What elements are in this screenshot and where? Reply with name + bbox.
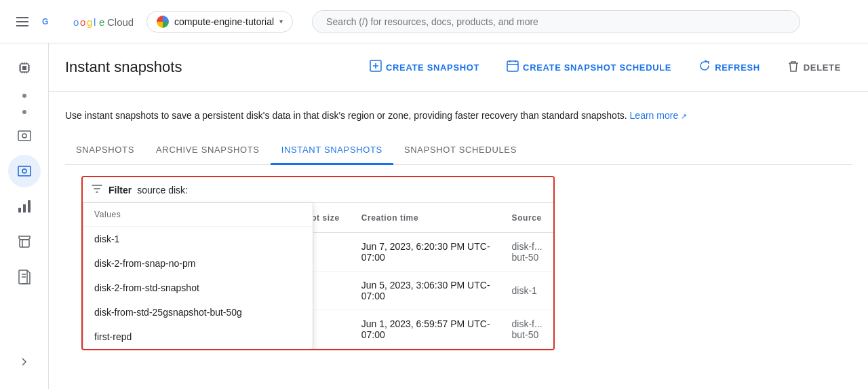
- dropdown-item-4[interactable]: disk-from-std-25gsnapshot-but-50g: [83, 300, 313, 325]
- sidebar-item-metrics[interactable]: [8, 190, 41, 223]
- project-selector[interactable]: compute-engine-tutorial ▾: [146, 11, 293, 33]
- tab-archive-snapshots[interactable]: ARCHIVE SNAPSHOTS: [145, 136, 271, 165]
- svg-rect-23: [18, 166, 31, 176]
- google-cloud-logo[interactable]: G o o g l e Cloud: [42, 14, 133, 30]
- svg-rect-25: [18, 208, 21, 212]
- sidebar: [0, 43, 49, 389]
- page-header: Instant snapshots CREATE SNAPSHOT CREATE…: [49, 43, 868, 92]
- create-snapshot-icon: [370, 60, 382, 75]
- filter-bar: Filter Values disk-1 disk-2-from-snap-no…: [83, 177, 553, 203]
- main-content: Instant snapshots CREATE SNAPSHOT CREATE…: [49, 43, 868, 389]
- sidebar-dot-2: [22, 110, 26, 114]
- svg-rect-21: [18, 131, 31, 141]
- sidebar-dot-1: [22, 94, 26, 98]
- dropdown-item-2[interactable]: disk-2-from-snap-no-pm: [83, 251, 313, 276]
- col-source: Source: [501, 203, 553, 233]
- body-content: Use instant snapshots to save a persiste…: [49, 92, 868, 361]
- learn-more-link[interactable]: Learn more ↗: [630, 110, 687, 121]
- refresh-icon: [698, 60, 711, 75]
- svg-text:Cloud: Cloud: [107, 16, 133, 28]
- svg-text:e: e: [99, 16, 104, 28]
- search-input[interactable]: [312, 10, 800, 33]
- tab-snapshots[interactable]: SNAPSHOTS: [65, 136, 145, 165]
- sidebar-expand-button[interactable]: [8, 346, 41, 378]
- svg-rect-26: [23, 204, 26, 212]
- top-nav: G o o g l e Cloud compute-engine-tutoria…: [0, 0, 868, 43]
- tab-snapshot-schedules[interactable]: SNAPSHOT SCHEDULES: [393, 136, 528, 165]
- row2-creation: Jun 5, 2023, 3:06:30 PM UTC- 07:00: [351, 272, 501, 310]
- dropdown-item-3[interactable]: disk-2-from-std-snapshot: [83, 276, 313, 300]
- svg-rect-36: [507, 61, 518, 71]
- tabs: SNAPSHOTS ARCHIVE SNAPSHOTS INSTANT SNAP…: [65, 136, 852, 165]
- dropdown-header: Values: [83, 203, 313, 227]
- row3-source: disk-f...but-50: [501, 310, 553, 349]
- project-name: compute-engine-tutorial: [174, 16, 274, 27]
- svg-text:g: g: [87, 16, 92, 28]
- svg-text:l: l: [94, 16, 96, 28]
- tab-instant-snapshots[interactable]: INSTANT SNAPSHOTS: [271, 136, 393, 165]
- delete-label: DELETE: [804, 62, 841, 73]
- filter-icon: [91, 183, 103, 197]
- filter-dropdown: Values disk-1 disk-2-from-snap-no-pm dis…: [83, 202, 313, 350]
- create-snapshot-button[interactable]: CREATE SNAPSHOT: [359, 54, 490, 80]
- col-creation: Creation time: [351, 203, 501, 233]
- svg-text:o: o: [80, 16, 85, 28]
- snapshot-area: Filter Values disk-1 disk-2-from-snap-no…: [81, 176, 555, 350]
- page-title: Instant snapshots: [65, 58, 353, 76]
- delete-icon: [787, 60, 800, 75]
- create-snapshot-label: CREATE SNAPSHOT: [386, 62, 479, 73]
- sidebar-item-snapshots[interactable]: [8, 155, 41, 187]
- sidebar-item-docs[interactable]: [8, 261, 41, 293]
- sidebar-item-chip[interactable]: [8, 52, 41, 84]
- create-schedule-label: CREATE SNAPSHOT SCHEDULE: [523, 62, 671, 73]
- svg-point-24: [22, 169, 26, 173]
- svg-point-22: [22, 134, 26, 138]
- filter-input[interactable]: [137, 185, 545, 196]
- svg-rect-27: [28, 200, 31, 212]
- hamburger-button[interactable]: [11, 12, 34, 32]
- dropdown-item-1[interactable]: disk-1: [83, 227, 313, 251]
- svg-text:o: o: [73, 16, 79, 28]
- row1-creation: Jun 7, 2023, 6:20:30 PM UTC- 07:00: [351, 233, 501, 272]
- project-icon: [157, 16, 169, 28]
- app-layout: Instant snapshots CREATE SNAPSHOT CREATE…: [0, 43, 868, 389]
- svg-rect-28: [20, 240, 29, 247]
- delete-button[interactable]: DELETE: [776, 54, 852, 80]
- svg-text:G: G: [42, 17, 48, 26]
- row3-creation: Jun 1, 2023, 6:59:57 PM UTC- 07:00: [351, 310, 501, 349]
- refresh-label: REFRESH: [715, 62, 760, 73]
- sidebar-item-storage[interactable]: [8, 119, 41, 152]
- create-schedule-button[interactable]: CREATE SNAPSHOT SCHEDULE: [496, 54, 682, 80]
- create-schedule-icon: [507, 60, 519, 75]
- row1-source: disk-f...but-50: [501, 233, 553, 272]
- refresh-button[interactable]: REFRESH: [688, 54, 771, 80]
- svg-rect-8: [22, 66, 26, 70]
- table-section: Filter Values disk-1 disk-2-from-snap-no…: [65, 165, 852, 361]
- chevron-down-icon: ▾: [279, 18, 283, 25]
- sidebar-item-marketplace[interactable]: [8, 225, 41, 258]
- external-link-icon: ↗: [681, 112, 687, 120]
- filter-label: Filter: [108, 185, 132, 196]
- row2-source: disk-1: [501, 272, 553, 310]
- dropdown-item-5[interactable]: first-repd: [83, 325, 313, 349]
- description-text: Use instant snapshots to save a persiste…: [65, 108, 852, 123]
